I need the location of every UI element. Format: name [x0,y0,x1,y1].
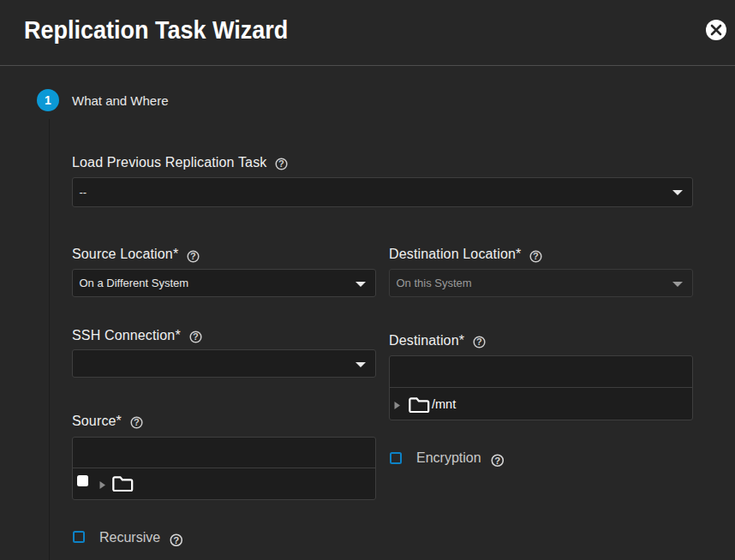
svg-text:?: ? [476,337,482,347]
svg-text:?: ? [173,535,179,545]
svg-text:?: ? [279,158,285,169]
svg-text:?: ? [494,456,500,466]
svg-text:?: ? [533,251,539,261]
svg-text:?: ? [193,331,199,342]
svg-text:?: ? [190,251,196,261]
svg-text:?: ? [134,417,140,427]
